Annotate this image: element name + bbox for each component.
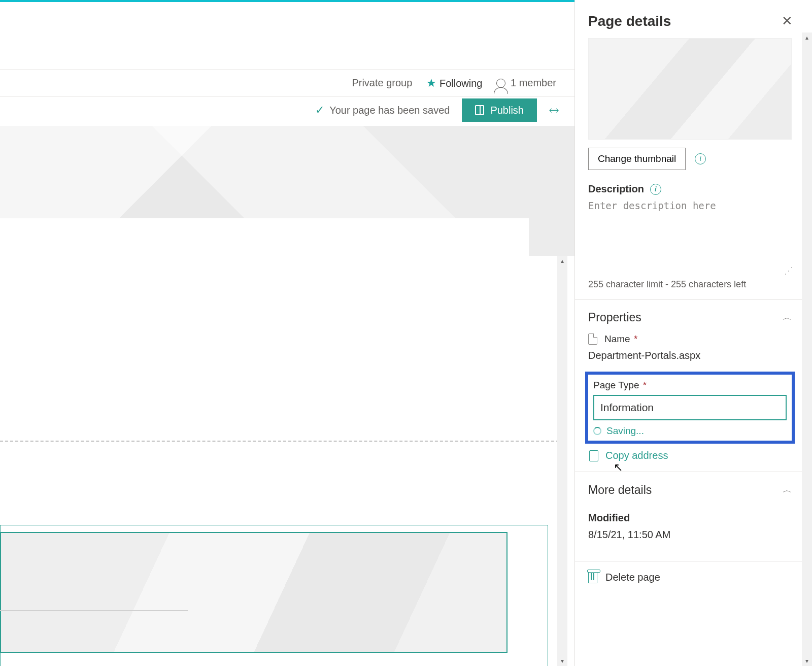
delete-page-button[interactable]: Delete page xyxy=(588,572,792,583)
scroll-up-icon[interactable]: ▴ xyxy=(802,32,812,43)
name-field-label: Name * xyxy=(588,334,792,345)
scroll-down-icon[interactable]: ▾ xyxy=(802,656,812,666)
page-details-panel: Page details ✕ Change thumbnail i Descri… xyxy=(574,0,812,666)
suite-header-blank xyxy=(0,2,574,70)
page-type-label: Page Type xyxy=(593,380,639,390)
modified-value: 8/15/21, 11:50 AM xyxy=(588,529,792,541)
thumbnail-preview xyxy=(588,38,792,140)
info-icon[interactable]: i xyxy=(650,184,661,195)
required-asterisk: * xyxy=(640,380,647,390)
publish-label: Publish xyxy=(490,105,524,116)
section-divider xyxy=(0,441,559,442)
group-privacy-label: Private group xyxy=(352,77,412,89)
required-asterisk: * xyxy=(631,334,638,344)
chevron-up-icon: ︿ xyxy=(783,313,792,322)
char-limit-text: 255 character limit - 255 characters lef… xyxy=(588,279,792,290)
cursor-icon: ↖ xyxy=(614,461,623,474)
publish-icon xyxy=(475,105,484,115)
copy-address-link[interactable]: Copy address ↖ xyxy=(589,450,792,461)
copy-address-label: Copy address xyxy=(605,450,668,461)
chevron-up-icon: ︿ xyxy=(783,486,792,494)
star-icon: ★ xyxy=(426,77,436,89)
main-canvas-area: Private group ★ Following 1 member ✓ You… xyxy=(0,0,574,666)
description-label: Description xyxy=(588,183,644,195)
following-toggle[interactable]: ★ Following xyxy=(426,77,482,90)
scroll-up-icon[interactable]: ▴ xyxy=(557,256,567,266)
saving-status: Saving... xyxy=(593,425,787,437)
close-icon[interactable]: ✕ xyxy=(777,11,797,31)
page-canvas[interactable]: + ▴ ▾ xyxy=(0,124,574,666)
description-label-row: Description i xyxy=(588,183,792,195)
check-icon: ✓ xyxy=(315,104,324,117)
person-icon xyxy=(496,79,505,88)
info-icon[interactable]: i xyxy=(695,153,706,164)
delete-label: Delete page xyxy=(605,572,660,583)
copy-icon xyxy=(589,450,598,461)
site-info-bar: Private group ★ Following 1 member xyxy=(0,70,574,96)
panel-title: Page details xyxy=(588,13,671,29)
properties-section-toggle[interactable]: Properties ︿ xyxy=(588,299,792,334)
publish-button[interactable]: Publish xyxy=(462,98,537,122)
following-label: Following xyxy=(439,78,482,89)
page-icon xyxy=(588,334,597,345)
page-type-highlight: Page Type * Saving... xyxy=(585,372,795,444)
modified-label: Modified xyxy=(588,512,792,524)
saved-status: ✓ Your page has been saved xyxy=(315,104,450,117)
more-details-heading: More details xyxy=(588,483,652,497)
properties-heading: Properties xyxy=(588,311,641,324)
saved-text: Your page has been saved xyxy=(329,105,450,116)
page-type-input[interactable] xyxy=(593,395,787,420)
panel-scrollbar[interactable]: ▴ ▾ xyxy=(802,32,812,666)
name-label: Name xyxy=(604,334,630,344)
canvas-scrollbar[interactable]: ▴ ▾ xyxy=(557,256,567,666)
saving-text: Saving... xyxy=(606,425,644,437)
hero-title-card[interactable] xyxy=(0,218,529,324)
footer-divider xyxy=(0,610,188,611)
scroll-down-icon[interactable]: ▾ xyxy=(557,656,567,666)
change-thumbnail-button[interactable]: Change thumbnail xyxy=(588,148,686,170)
expand-icon[interactable]: ⤢ xyxy=(546,102,563,119)
image-webpart[interactable] xyxy=(0,532,507,653)
divider xyxy=(575,561,805,561)
trash-icon xyxy=(588,572,597,583)
page-action-bar: ✓ Your page has been saved Publish ⤢ xyxy=(0,96,574,124)
members-label: 1 member xyxy=(511,77,556,88)
spinner-icon xyxy=(593,427,601,435)
name-value[interactable]: Department-Portals.aspx xyxy=(588,350,792,361)
members-count[interactable]: 1 member xyxy=(496,77,556,89)
more-details-section-toggle[interactable]: More details ︿ xyxy=(588,472,792,506)
description-input[interactable] xyxy=(588,200,792,270)
